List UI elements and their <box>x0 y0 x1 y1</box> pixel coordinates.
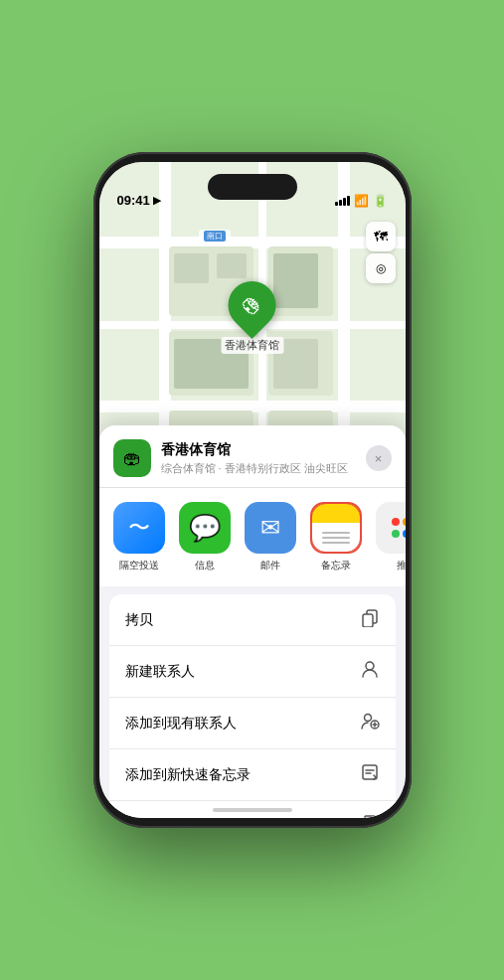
action-add-note[interactable]: 添加到新快速备忘录 <box>109 749 396 801</box>
location-info: 香港体育馆 综合体育馆 · 香港特别行政区 油尖旺区 <box>161 441 356 476</box>
venue-icon: 🏟 <box>123 448 141 469</box>
add-existing-label: 添加到现有联系人 <box>125 715 237 733</box>
add-note-label: 添加到新快速备忘录 <box>125 766 251 784</box>
messages-icon: 💬 <box>179 502 231 554</box>
svg-rect-1 <box>363 614 373 627</box>
wifi-icon: 📶 <box>354 194 369 208</box>
location-logo: 🏟 <box>113 439 151 477</box>
svg-rect-6 <box>365 816 375 818</box>
pin-circle: 🏟 <box>219 271 286 339</box>
status-time: 09:41 <box>117 193 150 208</box>
map-controls: 🗺 ◎ <box>366 222 396 283</box>
bottom-sheet: 🏟 香港体育馆 综合体育馆 · 香港特别行政区 油尖旺区 × 〜 隔空投送 <box>99 425 406 818</box>
location-name: 香港体育馆 <box>161 441 356 459</box>
copy-icon <box>360 607 380 632</box>
print-label: 打印 <box>125 818 153 819</box>
new-contact-label: 新建联系人 <box>125 663 195 681</box>
layers-icon: 🗺 <box>374 229 388 245</box>
notes-icon-wrapper <box>310 502 362 554</box>
share-row: 〜 隔空投送 💬 信息 ✉ 邮件 <box>99 488 406 586</box>
close-button[interactable]: × <box>366 445 392 471</box>
battery-icon: 🔋 <box>373 194 388 208</box>
airdrop-label: 隔空投送 <box>119 559 159 572</box>
messages-label: 信息 <box>195 559 215 572</box>
dynamic-island <box>208 174 297 200</box>
svg-point-2 <box>366 662 374 670</box>
location-description: 综合体育馆 · 香港特别行政区 油尖旺区 <box>161 461 356 476</box>
signal-bars <box>335 196 350 206</box>
add-existing-icon <box>360 711 380 735</box>
more-icon <box>376 502 406 554</box>
action-new-contact[interactable]: 新建联系人 <box>109 646 396 698</box>
action-copy[interactable]: 拷贝 <box>109 594 396 646</box>
share-item-mail[interactable]: ✉ 邮件 <box>241 502 300 572</box>
share-item-more[interactable]: 推 <box>372 502 406 572</box>
more-label: 推 <box>397 559 406 572</box>
mail-icon: ✉ <box>245 502 296 554</box>
status-icons: 📶 🔋 <box>335 194 388 208</box>
street-label: 南口 <box>199 230 231 243</box>
map-location-button[interactable]: ◎ <box>366 253 396 283</box>
print-icon <box>360 814 380 818</box>
share-item-notes[interactable]: 备忘录 <box>306 502 366 572</box>
pin-label: 香港体育馆 <box>221 337 283 354</box>
new-contact-icon <box>360 659 380 684</box>
copy-label: 拷贝 <box>125 611 153 629</box>
location-header: 🏟 香港体育馆 综合体育馆 · 香港特别行政区 油尖旺区 × <box>99 425 406 488</box>
mail-label: 邮件 <box>260 559 280 572</box>
notes-label: 备忘录 <box>321 559 351 572</box>
map-layers-button[interactable]: 🗺 <box>366 222 396 251</box>
map-pin: 🏟 香港体育馆 <box>221 281 283 354</box>
location-icon: ▶ <box>153 194 161 207</box>
share-item-messages[interactable]: 💬 信息 <box>175 502 235 572</box>
street-code: 南口 <box>204 231 226 242</box>
svg-point-3 <box>364 715 371 722</box>
phone-screen: 09:41 ▶ 📶 🔋 <box>99 162 406 818</box>
notes-icon <box>310 502 362 554</box>
home-indicator <box>213 808 292 812</box>
add-note-icon <box>360 762 380 787</box>
action-list: 拷贝 新建联系人 <box>109 594 396 818</box>
location-arrow-icon: ◎ <box>376 261 386 275</box>
pin-stadium-icon: 🏟 <box>237 290 266 320</box>
action-add-existing[interactable]: 添加到现有联系人 <box>109 698 396 749</box>
airdrop-icon: 〜 <box>113 502 165 554</box>
phone-frame: 09:41 ▶ 📶 🔋 <box>93 152 412 828</box>
pin-inner: 🏟 <box>234 286 271 324</box>
share-item-airdrop[interactable]: 〜 隔空投送 <box>109 502 169 572</box>
